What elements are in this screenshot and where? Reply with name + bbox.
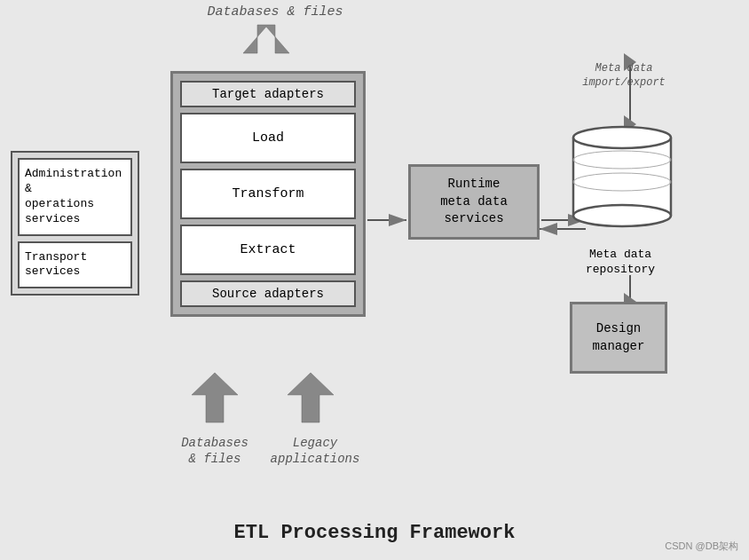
page-title: ETL Processing Framework — [234, 522, 516, 544]
meta-import-export-label: Meta data import/export — [566, 62, 682, 90]
legacy-bottom-label: Legacyapplications — [266, 435, 364, 467]
svg-marker-6 — [288, 373, 334, 422]
center-stack: Target adapters Load Transform Extract S… — [170, 71, 366, 317]
transport-box: Transport services — [18, 241, 132, 289]
etl-outer-box: Target adapters Load Transform Extract S… — [170, 71, 366, 317]
svg-marker-4 — [243, 25, 289, 53]
diagram-area: Databases & files Administration & opera… — [0, 0, 749, 560]
transform-box: Transform — [180, 169, 356, 219]
source-adapters-label: Source adapters — [180, 280, 356, 307]
svg-point-15 — [573, 127, 671, 148]
target-adapters-label: Target adapters — [180, 81, 356, 107]
meta-repo: Meta data repository — [563, 124, 678, 278]
svg-point-16 — [573, 205, 671, 226]
left-panel: Administration & operations services Tra… — [11, 151, 139, 296]
runtime-meta-box: Runtime meta data services — [408, 164, 540, 240]
cylinder — [572, 124, 669, 235]
watermark: CSDN @DB架构 — [665, 540, 738, 553]
extract-box: Extract — [180, 225, 356, 275]
admin-box: Administration & operations services — [18, 158, 132, 236]
db-bottom-label: Databases& files — [170, 435, 259, 467]
cylinder-svg — [572, 124, 673, 231]
load-box: Load — [180, 113, 356, 163]
design-manager-box: Design manager — [570, 302, 667, 374]
db-files-top-label: Databases & files — [195, 4, 355, 20]
svg-marker-5 — [192, 373, 238, 422]
meta-repo-label: Meta data repository — [563, 248, 678, 278]
